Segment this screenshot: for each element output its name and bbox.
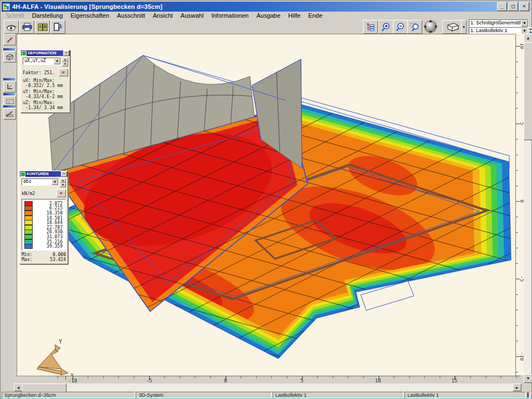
hruler-label: 5 [300,378,303,383]
printer-icon [22,23,32,31]
uy-label: uY: Min/Max: [23,89,68,94]
vertical-scroll-thumb[interactable] [524,42,532,140]
measure-pencil-icon [6,111,14,117]
konturen-panel-titlebar[interactable]: KONTUREN × [20,171,68,177]
deformation-refresh-button[interactable]: ⇄ [59,69,68,76]
konturen-spin-up[interactable]: ▲ [60,178,66,183]
konturen-panel[interactable]: KONTUREN × σbz ▼ ▲ ▼ kN/m2 ⇄ [19,171,68,264]
konturen-combo-arrow-icon[interactable]: ▼ [52,179,58,185]
window-title: 4H-ALFA - Visualisierung [Sprungbecken d… [12,3,162,10]
hruler-label: -5 [146,378,152,383]
menu-item-ausgabe[interactable]: Ausgabe [253,12,284,19]
deformation-spin-up[interactable]: ▲ [62,58,68,62]
scroll-up-icon[interactable]: ▲ [524,34,532,43]
menu-item-ausschnitt[interactable]: Ausschnitt [113,12,149,19]
draw-mode-button[interactable] [3,34,16,45]
viewport-3d[interactable]: Y X DEFORMATION × uX,uY,uZ ▼ ▲ ▼ [17,34,516,376]
panel-icon [22,51,27,56]
menu-item-eigenschaften[interactable]: Eigenschaften [66,12,113,19]
menu-item-auswahl[interactable]: Auswahl [177,12,208,19]
uz-label: uZ: Min/Max: [23,100,68,105]
zoom-window-icon [410,22,420,32]
pencil-icon [6,37,14,43]
manual-button[interactable] [35,20,50,34]
legend-row: 14.501 [24,216,64,221]
konturen-spin-down[interactable]: ▼ [60,183,66,187]
label-icon [6,99,14,105]
view-eye-button[interactable] [4,20,19,34]
deformation-panel-titlebar[interactable]: DEFORMATION × [21,50,70,56]
axes-toggle-button[interactable] [3,81,16,93]
dock-panel-strip[interactable] [3,93,15,95]
menu-bar: SchnittDarstellungEigenschaftenAusschnit… [2,12,530,19]
status-field: Lastkollektiv 1 [273,392,403,398]
zoom-out-icon [396,22,405,32]
scroll-left-icon[interactable]: ◄ [14,383,23,391]
horizontal-scrollbar[interactable]: ◄ ► [14,383,521,391]
konturen-quantity-combo[interactable]: σbz ▼ [22,178,59,186]
menu-item-informationen[interactable]: Informationen [207,12,252,19]
title-bar[interactable]: 4H-ALFA - Visualisierung [Sprungbecken d… [2,2,530,12]
zoom-window-button[interactable] [407,20,422,34]
result-combo-arrow-icon[interactable]: ▼ [521,20,528,27]
menu-item-ende[interactable]: Ende [304,12,326,19]
print-button[interactable] [19,20,34,34]
legend-swatch [24,244,33,249]
exit-door-icon [53,23,63,31]
uy-value: -4.33/4.E-2 mm [23,94,68,99]
scroll-down-icon[interactable]: ▼ [524,374,532,383]
wire-cube-icon [6,54,14,60]
menu-item-ansicht[interactable]: Ansicht [149,12,177,19]
hruler-label: -10 [68,378,77,383]
legend-row: 31.073 [24,234,64,239]
zoom-in-icon [381,22,391,32]
konturen-panel-title: KONTUREN [27,171,49,177]
deformation-panel-title: DEFORMATION [28,50,57,56]
zoom-out-button[interactable] [393,20,408,34]
horizontal-scroll-thumb[interactable] [22,383,66,392]
uz-value: -1.34/ 3.34 mm [23,105,68,110]
deformation-spin-down[interactable]: ▼ [62,62,68,66]
menu-item-schnitt: Schnitt [2,12,28,19]
result-combo[interactable]: 1: Schnittgrößenermittlung ▼ [469,19,529,27]
eye-icon [6,23,17,31]
svg-text:Y: Y [59,339,62,345]
konturen-refresh-button[interactable]: ⇄ [57,190,66,197]
status-indicator-icon [527,392,530,398]
maximize-button[interactable]: □ [508,2,518,11]
legend-row: 18.644 [24,220,64,225]
dock-panel-strip[interactable] [3,105,15,108]
legend-row: 39.359 [24,244,64,249]
horizontal-ruler: -10-5051015 [55,376,520,383]
view-3d-dropdown[interactable]: ▼ [461,20,467,34]
legend-row: 2.072 [24,201,64,206]
deformation-combo-value: uX,uY,uZ [24,58,46,63]
legend-value: 39.359 [37,244,64,249]
scroll-right-icon[interactable]: ► [513,383,521,391]
deformation-close-icon[interactable]: × [63,50,69,56]
left-dock [2,34,17,382]
zoom-in-button[interactable] [378,20,393,34]
contour-legend: 2.0726.21510.35814.50118.64422.78726.930… [22,199,66,250]
exit-button[interactable] [50,20,65,34]
minimize-button[interactable]: _ [497,2,507,11]
properties-tree-button[interactable] [363,20,378,34]
status-field: 3D-System [136,392,271,398]
deformation-panel[interactable]: DEFORMATION × uX,uY,uZ ▼ ▲ ▼ Faktor: 251… [21,50,70,113]
min-label: Min: [22,252,32,257]
menu-item-darstellung[interactable]: Darstellung [28,12,67,19]
dock-panel-strip[interactable] [3,48,15,50]
measure-button[interactable] [3,108,16,120]
panel-icon [21,172,25,177]
model-3d-button[interactable] [3,51,16,63]
konturen-close-icon[interactable]: × [61,171,67,177]
menu-item-hilfe[interactable]: Hilfe [284,12,304,19]
legend-row: 10.358 [24,211,64,216]
deformation-combo-arrow-icon[interactable]: ▼ [54,58,60,64]
deformation-component-combo[interactable]: uX,uY,uZ ▼ [23,58,61,65]
view-3d-button[interactable] [442,20,462,34]
vertical-scrollbar[interactable]: ▲ ▼ [524,34,531,383]
dock-panel-strip[interactable] [3,78,15,80]
max-label: Max: [22,257,32,262]
close-button[interactable]: × [519,2,529,11]
